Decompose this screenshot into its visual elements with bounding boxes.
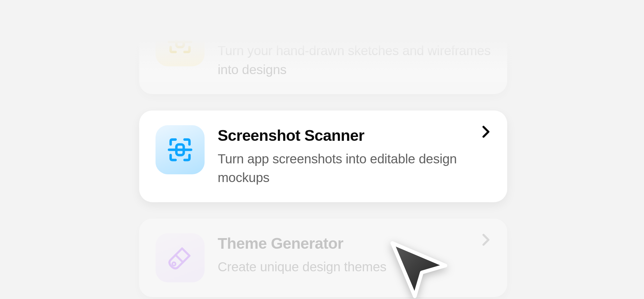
svg-line-4: [175, 255, 183, 262]
screenshot-scanner-icon: [155, 125, 204, 174]
chevron-right-icon: [481, 127, 490, 136]
feature-list-panel: Wireframe Scanner Turn your hand-drawn s…: [0, 39, 644, 299]
card-content: Wireframe Scanner Turn your hand-drawn s…: [218, 39, 491, 79]
theme-generator-icon: [155, 233, 204, 282]
mouse-cursor-icon: [384, 235, 453, 299]
card-wireframe-scanner[interactable]: Wireframe Scanner Turn your hand-drawn s…: [139, 39, 507, 94]
card-content: Screenshot Scanner Turn app screenshots …: [218, 125, 491, 187]
card-screenshot-scanner[interactable]: Screenshot Scanner Turn app screenshots …: [139, 111, 507, 202]
chevron-right-icon: [481, 235, 490, 244]
card-title: Screenshot Scanner: [218, 127, 491, 144]
card-description: Turn your hand-drawn sketches and wirefr…: [218, 41, 491, 79]
card-description: Turn app screenshots into editable desig…: [218, 149, 491, 187]
wireframe-scanner-icon: [155, 39, 204, 66]
svg-rect-0: [176, 39, 184, 47]
svg-point-5: [172, 262, 175, 265]
